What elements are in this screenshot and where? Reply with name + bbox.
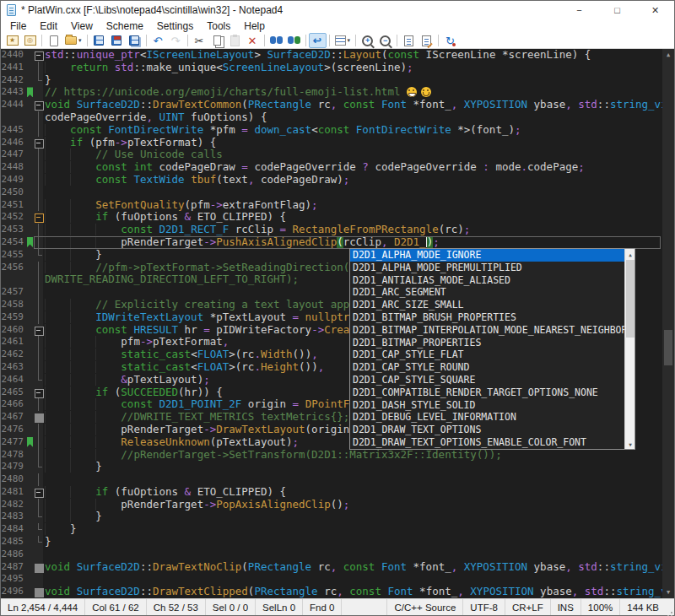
toolbar-open-file-button[interactable]: ▾ (62, 33, 84, 48)
editor-vertical-scrollbar[interactable]: ▲ ▼ (662, 49, 674, 598)
toolbar-new-file-button[interactable] (45, 33, 62, 48)
code-text[interactable]: const int codePageDraw = codePageOverrid… (43, 161, 662, 174)
bookmark-margin[interactable] (27, 573, 34, 586)
fold-marker-icon[interactable] (34, 99, 43, 111)
code-text[interactable]: void SurfaceD2D::DrawTextClipped(PRectan… (43, 586, 662, 598)
code-text[interactable]: return std::make_unique<ScreenLineLayout… (43, 62, 662, 74)
fold-marker-icon[interactable] (34, 324, 43, 337)
toolbar-paste-button[interactable] (226, 33, 244, 48)
fold-marker-icon[interactable] (34, 211, 43, 224)
autocomplete-item[interactable]: D2D1_DRAW_TEXT_OPTIONS_ENABLE_COLOR_FONT (350, 436, 624, 449)
line-number[interactable]: 2452 (1, 211, 27, 224)
bookmark-margin[interactable] (27, 374, 34, 386)
line-number[interactable]: 2447 (1, 149, 27, 161)
scroll-down-arrow-icon[interactable]: ▼ (625, 439, 635, 449)
bookmark-margin[interactable] (27, 137, 34, 149)
status-overtype[interactable]: INS (550, 599, 580, 615)
toolbar-select-scheme-button[interactable]: ▾ (332, 33, 354, 48)
select-scheme-dropdown-icon[interactable]: ▾ (348, 37, 351, 44)
fold-margin[interactable] (34, 349, 43, 361)
toolbar-find-button[interactable] (267, 33, 285, 48)
line-number[interactable]: 2444 (1, 99, 27, 111)
toolbar-view-edit-button[interactable] (418, 33, 435, 48)
line-number[interactable]: 2453 (1, 224, 27, 236)
code-text[interactable]: SetFontQuality(pfm->extraFontFlag); (43, 199, 662, 212)
status-zoom[interactable]: 100% (580, 599, 619, 615)
bookmark-margin[interactable] (27, 486, 34, 499)
bookmark-margin[interactable] (27, 49, 34, 62)
fold-margin[interactable] (34, 573, 43, 586)
autocomplete-item[interactable]: D2D1_BITMAP_BRUSH_PROPERTIES (350, 311, 624, 324)
bookmark-marker-icon[interactable] (27, 86, 34, 99)
line-number[interactable]: 2454 (1, 236, 27, 249)
fold-margin[interactable] (34, 449, 43, 462)
fold-margin[interactable] (34, 249, 43, 262)
autocomplete-item[interactable]: D2D1_CAP_STYLE_FLAT (350, 349, 624, 361)
fold-margin[interactable] (34, 511, 43, 523)
bookmark-margin[interactable] (27, 111, 34, 124)
bookmark-margin[interactable] (27, 124, 34, 137)
line-number[interactable]: 2478 (1, 449, 27, 462)
line-number[interactable]: 2459 (1, 311, 27, 324)
code-text[interactable] (43, 186, 662, 199)
toolbar-word-wrap-button[interactable]: ↩ (309, 33, 327, 48)
bookmark-margin[interactable] (27, 398, 34, 411)
fold-margin[interactable] (34, 174, 43, 186)
line-number[interactable]: 2481 (1, 486, 27, 499)
autocomplete-item[interactable]: D2D1_ALPHA_MODE_IGNORE (350, 249, 624, 262)
fold-margin[interactable] (34, 299, 43, 311)
scroll-up-arrow-icon[interactable]: ▲ (625, 249, 635, 259)
fold-margin[interactable] (34, 224, 43, 236)
status-scheme[interactable]: C/C++ Source (386, 599, 462, 615)
bookmark-margin[interactable] (27, 424, 34, 436)
autocomplete-item[interactable]: D2D1_COMPATIBLE_RENDER_TARGET_OPTIONS_NO… (350, 386, 624, 399)
fold-marker-icon[interactable] (34, 137, 43, 149)
line-number[interactable] (1, 273, 27, 286)
line-number[interactable]: 2446 (1, 137, 27, 149)
line-number[interactable]: 2477 (1, 436, 27, 449)
code-text[interactable]: if (fuOptions & ETO_CLIPPED) { (43, 486, 662, 499)
fold-margin[interactable] (34, 62, 43, 74)
line-number[interactable]: 2476 (1, 424, 27, 436)
code-text[interactable]: } (43, 511, 662, 523)
bookmark-margin[interactable] (27, 174, 34, 186)
autocomplete-item[interactable]: D2D1_DRAW_TEXT_OPTIONS (350, 424, 624, 436)
fold-margin[interactable] (34, 186, 43, 199)
line-number[interactable]: 2482 (1, 499, 27, 511)
bookmark-marker-icon[interactable] (27, 436, 34, 449)
line-number[interactable]: 2457 (1, 286, 27, 299)
bookmark-margin[interactable] (27, 186, 34, 199)
autocomplete-item[interactable]: D2D1_CAP_STYLE_ROUND (350, 361, 624, 374)
bookmark-margin[interactable] (27, 499, 34, 511)
menu-view[interactable]: View (64, 19, 100, 33)
fold-margin[interactable] (34, 548, 43, 561)
fold-margin[interactable] (34, 273, 43, 286)
fold-marker-icon[interactable] (34, 49, 43, 62)
fold-marker-icon[interactable] (34, 411, 43, 424)
code-text[interactable]: } (43, 74, 662, 87)
bookmark-margin[interactable] (27, 199, 34, 212)
bookmark-margin[interactable] (27, 74, 34, 87)
toolbar-save-button[interactable] (90, 33, 108, 48)
line-number[interactable]: 2487 (1, 561, 27, 574)
line-number[interactable]: 2486 (1, 548, 27, 561)
toolbar-zoom-out-button[interactable]: − (376, 33, 394, 48)
bookmark-margin[interactable] (27, 273, 34, 286)
code-text[interactable]: // Use Unicode calls (43, 149, 662, 161)
line-number[interactable]: 2443 (1, 86, 27, 99)
code-text[interactable]: //pRenderTarget->SetTransform(D2D1::Matr… (43, 449, 662, 462)
scroll-down-arrow-icon[interactable]: ▼ (662, 586, 674, 598)
line-number[interactable]: 2495 (1, 573, 27, 586)
toolbar-delete-button[interactable]: ✕ (244, 33, 262, 48)
autocomplete-item[interactable]: D2D1_ANTIALIAS_MODE_ALIASED (350, 274, 624, 287)
fold-margin[interactable] (34, 74, 43, 87)
fold-margin[interactable] (34, 473, 43, 486)
autocomplete-scrollbar[interactable]: ▲ ▼ (624, 249, 634, 449)
fold-margin[interactable] (34, 461, 43, 473)
line-number[interactable]: 2451 (1, 199, 27, 212)
fold-marker-icon[interactable] (34, 586, 43, 598)
code-text[interactable]: } (43, 523, 662, 536)
bookmark-margin[interactable] (27, 536, 34, 548)
line-number[interactable]: 2483 (1, 511, 27, 523)
code-text[interactable]: if (fuOptions & ETO_CLIPPED) { (43, 211, 662, 224)
